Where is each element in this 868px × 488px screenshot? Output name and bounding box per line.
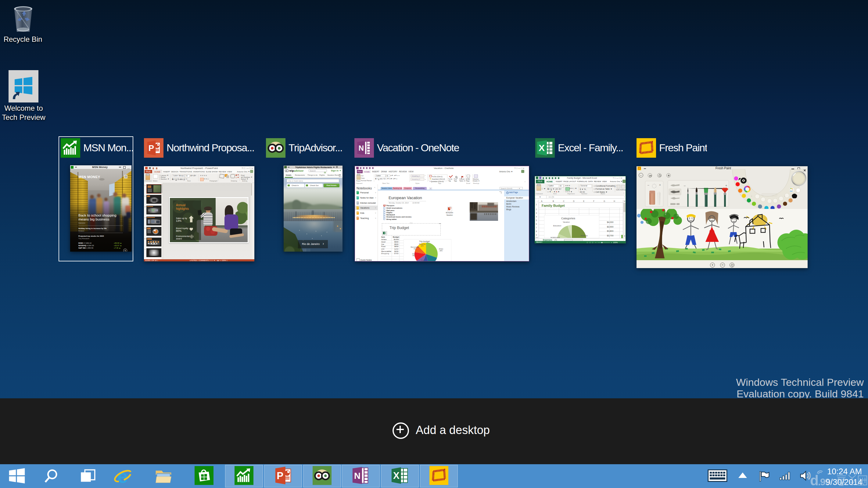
- svg-text:9%: 9%: [412, 255, 415, 256]
- svg-text:Food: Food: [421, 259, 425, 261]
- svg-text:Housing: Housing: [581, 235, 587, 236]
- svg-text:26%: 26%: [439, 250, 443, 252]
- svg-text:‹: ‹: [751, 194, 752, 197]
- svg-text:5%: 5%: [413, 248, 416, 250]
- svg-text:11%: 11%: [421, 245, 424, 247]
- svg-text:›: ›: [784, 194, 785, 197]
- svg-text:Vacation: Vacation: [563, 221, 570, 223]
- svg-text:Education: Education: [553, 225, 561, 226]
